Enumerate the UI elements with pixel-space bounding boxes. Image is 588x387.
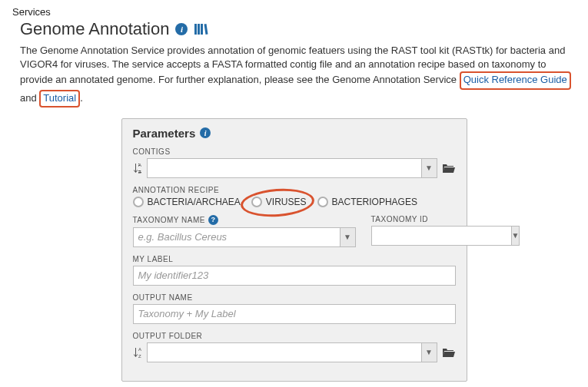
svg-text:Z: Z [138,170,141,174]
folder-open-icon[interactable] [442,347,456,358]
recipe-label: ANNOTATION RECIPE [133,186,456,194]
info-icon[interactable]: i [200,127,211,138]
help-icon[interactable]: ? [208,215,218,225]
taxonomy-id-input[interactable] [371,226,512,246]
my-label-input[interactable] [133,266,456,286]
radio-label: VIRUSES [266,197,307,207]
radio-icon [251,197,262,207]
radio-icon [133,197,144,207]
sort-icon[interactable]: AZ [133,162,142,174]
contigs-label: CONTIGS [133,147,456,156]
svg-text:A: A [138,347,141,352]
radio-label: BACTERIA/ARCHAEA [148,197,241,207]
quick-ref-link[interactable]: Quick Reference Guide [463,74,567,85]
outname-label: OUTPUT NAME [133,293,456,302]
output-folder-input[interactable] [147,342,422,362]
taxonomy-name-input[interactable] [133,227,341,247]
contigs-input[interactable] [147,158,422,178]
description: The Genome Annotation Service provides a… [12,44,576,108]
breadcrumb: Services [12,6,576,18]
info-icon[interactable]: i [175,23,188,35]
library-icon[interactable] [194,23,209,35]
radio-bacteria[interactable]: BACTERIA/ARCHAEA [133,197,241,207]
radio-label: BACTERIOPHAGES [332,197,417,207]
dropdown-icon[interactable]: ▼ [341,227,356,247]
radio-phages[interactable]: BACTERIOPHAGES [317,197,417,207]
folder-open-icon[interactable] [442,163,456,174]
radio-icon [317,197,328,207]
svg-text:A: A [138,163,141,167]
taxon-name-label: TAXONOMY NAME [133,216,205,224]
taxon-id-label: TAXONOMY ID [371,215,456,223]
dropdown-icon[interactable]: ▼ [512,226,520,246]
description-end: . [80,92,83,104]
outfolder-label: OUTPUT FOLDER [133,332,456,340]
description-mid: and [20,92,39,104]
sort-icon[interactable]: AZ [133,346,142,359]
radio-viruses[interactable]: VIRUSES [251,197,307,207]
mylabel-label: MY LABEL [133,255,456,263]
dropdown-icon[interactable]: ▼ [422,158,437,178]
panel-title: Parameters [133,127,196,140]
tutorial-link[interactable]: Tutorial [43,92,76,104]
svg-text:Z: Z [138,354,141,359]
output-name-input[interactable] [133,304,456,324]
page-title: Genome Annotation [20,19,169,39]
dropdown-icon[interactable]: ▼ [422,342,437,362]
parameters-panel: Parameters i CONTIGS AZ ▼ ANNOTATION REC… [121,118,467,382]
